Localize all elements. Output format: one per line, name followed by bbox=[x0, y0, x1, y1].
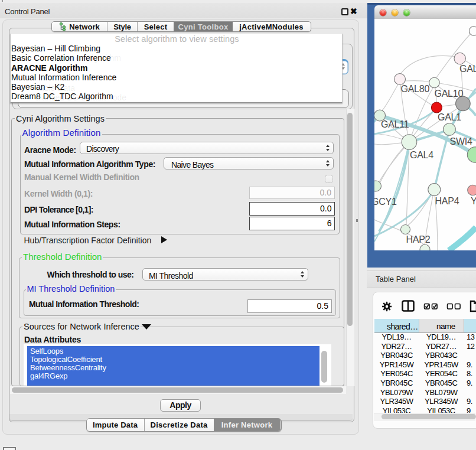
svg-text:HAP2: HAP2 bbox=[406, 234, 431, 244]
svg-text:GAL: GAL bbox=[459, 64, 476, 74]
svg-text:GCY1: GCY1 bbox=[374, 197, 397, 207]
svg-text:Y: Y bbox=[471, 196, 476, 206]
svg-text:GAL10: GAL10 bbox=[435, 89, 464, 99]
svg-text:SWI4: SWI4 bbox=[450, 136, 472, 146]
svg-text:GAL80: GAL80 bbox=[401, 84, 430, 94]
svg-text:GAL11: GAL11 bbox=[381, 119, 409, 129]
svg-text:GAL4: GAL4 bbox=[410, 150, 433, 160]
svg-text:GAL1: GAL1 bbox=[438, 112, 461, 122]
svg-text:HAP4: HAP4 bbox=[435, 196, 459, 206]
